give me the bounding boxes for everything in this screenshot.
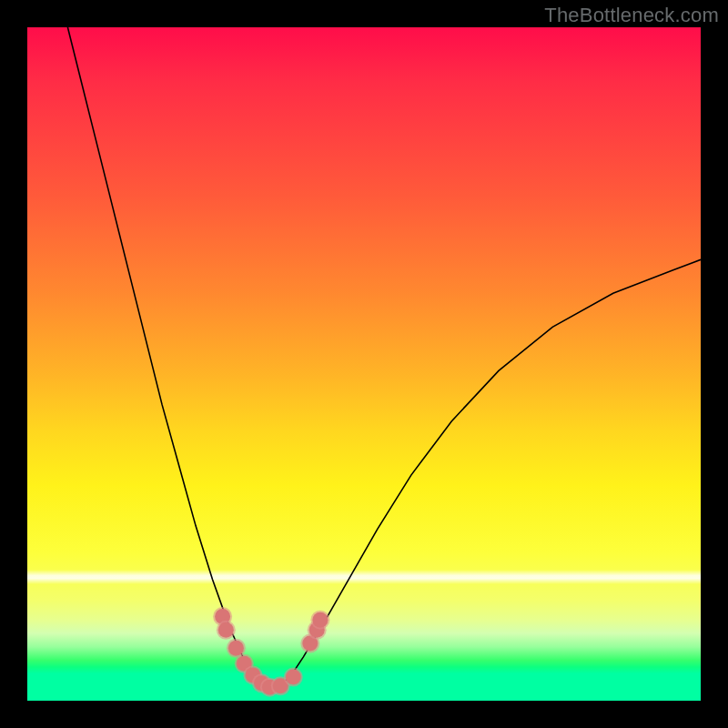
marker-dot xyxy=(228,641,244,656)
plot-area xyxy=(27,27,701,701)
watermark-text: TheBottleneck.com xyxy=(544,4,719,27)
chart-frame: TheBottleneck.com xyxy=(0,0,728,728)
marker-dot xyxy=(218,622,234,638)
marker-dot xyxy=(312,612,328,628)
curve-markers xyxy=(213,607,329,697)
chart-svg xyxy=(27,27,701,701)
bottleneck-curve xyxy=(67,27,701,689)
marker-dot xyxy=(286,670,301,685)
